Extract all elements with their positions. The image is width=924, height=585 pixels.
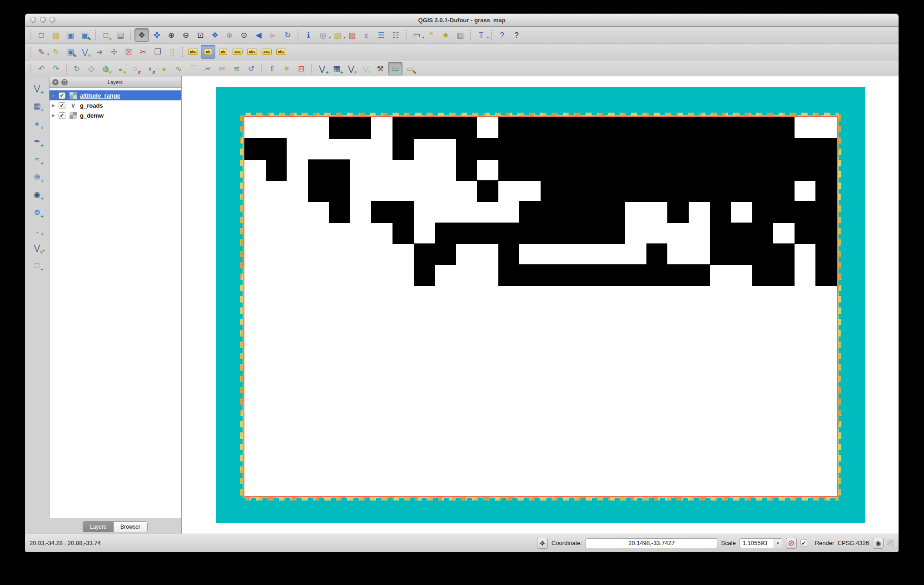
layer-visibility-checkbox[interactable]: ✓ [59,112,65,119]
new-grass-vector-button[interactable]: ⋁✶ [344,62,358,75]
select-by-expression-button[interactable]: ε [360,29,373,41]
grass-new-mapset-button[interactable]: ✶ [280,62,293,75]
panel-close-icon[interactable]: ✕ [52,79,59,85]
minimize-window-button[interactable] [40,17,46,23]
grass-tools-button[interactable]: ⚒ [373,62,387,75]
delete-ring-button[interactable]: ◌✗ [128,62,142,75]
node-tool-button[interactable]: ✣ [107,45,121,58]
field-calculator-button[interactable]: ☷ [389,29,402,41]
add-wms-layer-button[interactable]: ⊛+ [30,170,44,183]
select-features-button[interactable]: ▧▾ [331,29,344,41]
zoom-in-button[interactable]: ⊕ [164,29,178,41]
expand-arrow-icon[interactable]: ▶ [52,103,59,108]
save-layer-edits-button[interactable]: ▣✎ [64,45,77,58]
mouse-position-toggle-button[interactable]: ✥ [537,538,548,549]
panel-float-icon[interactable]: ❐ [61,79,68,85]
layer-visibility-checkbox[interactable]: ✓ [59,92,65,99]
change-label-button[interactable]: abc [274,45,288,58]
add-wfs-layer-button[interactable]: ⊚+ [30,205,44,219]
show-bookmarks-button[interactable]: ▥ [453,29,467,41]
add-wcs-layer-button[interactable]: ◉+ [30,188,44,201]
whats-this-button[interactable]: ? [510,29,523,41]
coordinate-input[interactable] [586,538,717,548]
add-grass-vector-layer-button[interactable]: ⋁+ [315,62,329,75]
zoom-to-selection-button[interactable]: ⊕ [223,29,236,41]
split-features-button[interactable]: ✂ [201,62,214,75]
text-annotation-button[interactable]: T▾ [474,29,488,41]
layer-row-g_roads[interactable]: ▶✓∨g_roads [50,100,181,110]
measure-button[interactable]: ▭▾ [410,29,423,41]
unpin-labels-button[interactable]: ab [216,45,230,58]
simplify-feature-button[interactable]: ◇ [84,62,98,75]
pin-labels-button[interactable]: ab [201,45,215,59]
map-canvas[interactable] [181,76,899,534]
layer-visibility-checkbox[interactable]: ✓ [59,102,65,109]
offset-curve-button[interactable]: ⌒ [186,62,200,75]
add-vector-layer-button[interactable]: ⋁+ [30,81,44,95]
dock-tab-browser[interactable]: Browser [114,521,148,532]
identify-features-button[interactable]: ℹ [302,29,315,41]
map-tips-button[interactable]: ❝ [424,29,438,41]
zoom-full-extent-button[interactable]: ❖ [208,29,222,41]
help-contents-button[interactable]: ? [495,29,509,41]
copy-features-button[interactable]: ❐ [151,45,164,58]
deselect-features-button[interactable]: ▨ [345,29,359,41]
split-parts-button[interactable]: ✄ [215,62,229,75]
add-grass-raster-layer-button[interactable]: ▦+ [330,62,343,75]
add-raster-layer-button[interactable]: ▦+ [30,99,44,113]
redo-button[interactable]: ↷ [49,62,63,75]
new-project-button[interactable]: □ [35,29,48,41]
add-feature-button[interactable]: ⋁✶ [78,45,92,58]
labeling-button[interactable]: abc [186,45,200,58]
remove-layer-button[interactable]: □− [30,258,44,272]
new-bookmark-button[interactable]: ★ [439,29,452,41]
add-ring-button[interactable]: ◍✶ [99,62,113,75]
new-print-composer-button[interactable]: □✶ [99,29,113,41]
rotate-point-symbols-button[interactable]: ↺ [244,62,258,75]
reshape-features-button[interactable]: ∿ [172,62,185,75]
zoom-to-layer-button[interactable]: ⊙ [237,29,251,41]
add-spatialite-layer-button[interactable]: ✒+ [30,134,44,148]
zoom-last-button[interactable]: ◀ [252,29,265,41]
composer-manager-button[interactable]: ▤ [114,29,127,41]
expand-arrow-icon[interactable]: ▶ [52,113,59,118]
move-feature-button[interactable]: ➜ [93,45,106,58]
new-shapefile-layer-button[interactable]: ⋁✶▾ [30,241,44,254]
delete-part-button[interactable]: ◑✗ [143,62,156,75]
move-label-button[interactable]: abc [245,45,259,58]
add-mssql-layer-button[interactable]: ≈+ [30,152,44,166]
layer-row-altitude_range[interactable]: ▶✓altitude_range [50,90,181,100]
open-project-button[interactable]: ▨ [49,29,63,41]
fill-ring-button[interactable]: ◕ [157,62,171,75]
layer-row-g_demw[interactable]: ▶✓g_demw [50,110,181,120]
pan-to-selection-button[interactable]: ✜ [150,29,164,41]
stop-render-button[interactable]: ⊘ [786,538,797,549]
add-part-button[interactable]: ◒✶ [114,62,127,75]
paste-features-button[interactable]: ▯ [165,45,179,58]
show-hide-labels-button[interactable]: abc [231,45,244,58]
rotate-feature-button[interactable]: ↻ [70,62,84,75]
grass-close-mapset-button[interactable]: ⊟ [294,62,308,75]
title-bar[interactable]: QGIS 2.0.1-Dufour - grass_map [25,14,899,27]
cut-features-button[interactable]: ✂ [136,45,150,58]
crs-status-button[interactable]: ◉ [873,538,884,549]
render-checkbox[interactable]: ✓ [800,540,807,546]
save-project-button[interactable]: ▣ [64,29,77,41]
toggle-editing-button[interactable]: ✎ [49,45,63,58]
merge-features-button[interactable]: ≋ [230,62,243,75]
run-feature-action-button[interactable]: ◎▾ [316,29,330,41]
scale-combobox[interactable]: 1:105593 ▾ [740,538,782,548]
zoom-window-button[interactable] [50,17,55,23]
refresh-map-button[interactable]: ↻ [281,29,294,41]
rotate-label-button[interactable]: abc [260,45,273,58]
grass-region-button[interactable]: ▭ [388,62,402,75]
grass-open-mapset-button[interactable]: ⇧ [265,62,279,75]
edit-grass-region-button[interactable]: ▭✎ [403,62,417,75]
delete-selected-button[interactable]: ☒ [122,45,135,58]
expand-arrow-icon[interactable]: ▶ [52,93,59,98]
close-window-button[interactable] [30,17,36,23]
add-delimited-text-layer-button[interactable]: ,+ [30,223,44,237]
open-attribute-table-button[interactable]: ☰ [374,29,388,41]
chevron-down-icon[interactable]: ▾ [774,539,782,548]
add-postgis-layer-button[interactable]: ●+ [30,117,44,130]
